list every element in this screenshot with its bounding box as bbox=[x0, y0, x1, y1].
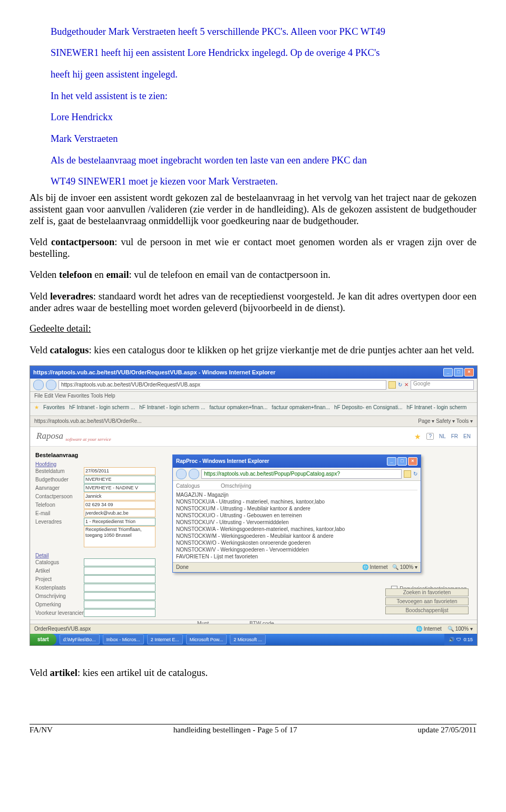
catalog-item[interactable]: NONSTOCKU/V - Uitrusting - Vervoermiddde… bbox=[176, 519, 417, 526]
fav-link[interactable]: factuur opmaken+finan... bbox=[272, 404, 330, 414]
popup-back-button[interactable] bbox=[176, 469, 187, 479]
opmerking-field[interactable] bbox=[84, 601, 155, 608]
taskbar-item[interactable]: Inbox - Micros... bbox=[103, 634, 144, 644]
status-left: OrderRequestVUB.aspx bbox=[34, 626, 91, 632]
popup-minimize-button[interactable]: _ bbox=[387, 457, 396, 466]
label-contact: Contactpersoon bbox=[35, 494, 84, 499]
maximize-button[interactable]: □ bbox=[454, 368, 463, 376]
label-aanvrager: Aanvrager bbox=[35, 485, 84, 491]
boodschappenlijst-button[interactable]: Boodschappenlijst bbox=[385, 606, 469, 614]
fav-link[interactable]: hF Intranet - login scherm ... bbox=[139, 404, 205, 414]
footer-center: handleiding bestellingen - Page 5 of 17 bbox=[173, 726, 297, 734]
star-icon[interactable]: ★ bbox=[414, 432, 421, 441]
catalog-item[interactable]: MAGAZIJN - Magazijn bbox=[176, 491, 417, 498]
label-budgethouder: Budgethouder bbox=[35, 477, 84, 482]
address-bar[interactable]: https://raptools.vub.ac.be/test/VUB/Orde… bbox=[59, 380, 386, 390]
refresh-icon[interactable]: ↻ bbox=[398, 382, 402, 388]
fav-link[interactable]: hF Intranet - login scherm bbox=[406, 404, 466, 414]
leveradres-text[interactable]: Receptiedienst Triomflaan, toegang 1050 … bbox=[84, 526, 155, 547]
catalog-item[interactable]: NONSTOCKW/A - Werkingsgoederen-materieel… bbox=[176, 526, 417, 533]
system-tray[interactable]: 🔊 🛡 0:15 bbox=[444, 634, 477, 645]
intro-line: SINEWER1 heeft hij een assistent Lore He… bbox=[51, 47, 476, 59]
taskbar-item[interactable]: 2 Internet E... bbox=[147, 634, 183, 644]
voorkeur-field[interactable] bbox=[84, 609, 155, 617]
close-button[interactable]: × bbox=[464, 368, 474, 376]
catalog-item[interactable]: NONSTOCKW/V - Werkingsgoederen - Vervoer… bbox=[176, 546, 417, 553]
lang-en[interactable]: EN bbox=[463, 433, 471, 439]
artikel-field[interactable] bbox=[84, 567, 155, 575]
ie-menu[interactable]: File Edit View Favorites Tools Help bbox=[30, 392, 477, 403]
catalog-item[interactable]: NONSTOCKU/M - Uitrusting - Meubilair kan… bbox=[176, 505, 417, 512]
forward-button[interactable] bbox=[46, 380, 56, 390]
lock-icon bbox=[404, 470, 411, 478]
catalogus-field[interactable] bbox=[84, 558, 155, 566]
intro-line: In het veld assistent is te zien: bbox=[51, 90, 476, 102]
taskbar-item[interactable]: Microsoft Pow... bbox=[186, 634, 227, 644]
intro-line: WT49 SINEWER1 moet je kiezen voor Mark V… bbox=[51, 176, 476, 187]
kostenplaats-field[interactable] bbox=[84, 584, 155, 592]
contact-field[interactable]: Jannick bbox=[84, 492, 155, 500]
fav-link[interactable]: hF Deposito- en Consignati... bbox=[334, 404, 403, 414]
form-sidebar: Bestelaanvraag Hoofding Besteldatum27/05… bbox=[35, 449, 157, 617]
lock-icon bbox=[388, 381, 396, 389]
minimize-button[interactable]: _ bbox=[443, 368, 453, 376]
catalog-item[interactable]: NONSTOCKU/A - Uitrusting - materieel, ma… bbox=[176, 498, 417, 505]
toevoegen-favorieten-button[interactable]: Toevoegen aan favorieten bbox=[385, 597, 469, 605]
aanvrager-field[interactable]: NVERHEYE - NADINE V bbox=[84, 484, 155, 492]
email-field[interactable]: jverdeck@vub.ac.be bbox=[84, 509, 155, 517]
page-footer: FA/NV handleiding bestellingen - Page 5 … bbox=[30, 724, 476, 734]
catalog-item[interactable]: NONSTOCKU/O - Uitrusting - Gebouwen en t… bbox=[176, 512, 417, 519]
globe-icon: 🌐 bbox=[416, 626, 422, 632]
favorites-star-icon[interactable]: ★ bbox=[34, 404, 39, 414]
label-voorkeur: Voorkeur leverancier bbox=[35, 610, 84, 616]
tray-icon[interactable]: 🔊 bbox=[449, 637, 454, 642]
budgethouder-field[interactable]: NVERHEYE bbox=[84, 476, 155, 484]
raposa-logo: Raposa software at your service bbox=[36, 431, 111, 442]
project-field[interactable] bbox=[84, 575, 155, 583]
popup-forward-button[interactable] bbox=[189, 469, 199, 479]
start-button[interactable]: start bbox=[30, 634, 56, 645]
tab-tools[interactable]: Page ▾ Safety ▾ Tools ▾ bbox=[418, 418, 473, 424]
lang-nl[interactable]: NL bbox=[439, 433, 446, 439]
telefoon-field[interactable]: 02 629 34 09 bbox=[84, 501, 155, 509]
paragraph: Velden telefoon en email: vul de telefoo… bbox=[30, 269, 476, 281]
form-title: Bestelaanvraag bbox=[35, 452, 157, 458]
ie-tabbar: https://raptools.vub.ac.be/test/VUB/Orde… bbox=[30, 416, 477, 427]
besteldatum-field[interactable]: 27/05/2011 bbox=[84, 467, 155, 475]
label-omschrijving: Omschrijving bbox=[35, 593, 84, 599]
taskbar-item[interactable]: d:\MyFiles\Bo... bbox=[60, 634, 100, 644]
popup-col-omschrijving: Omschrijving bbox=[221, 483, 251, 489]
refresh-icon[interactable]: ↻ bbox=[413, 471, 417, 477]
zoeken-favorieten-button[interactable]: Zoeken in favorieten bbox=[385, 588, 469, 596]
hoofding-label: Hoofding bbox=[35, 461, 157, 467]
detail-label: Detail bbox=[35, 553, 157, 558]
back-button[interactable] bbox=[33, 380, 44, 390]
popup-maximize-button[interactable]: □ bbox=[397, 457, 407, 466]
fav-link[interactable]: factuur opmaken+finan... bbox=[209, 404, 267, 414]
browser-tab[interactable]: https://raptools.vub.ac.be/test/VUB/Orde… bbox=[34, 418, 141, 424]
label-email: E-mail bbox=[35, 510, 84, 516]
catalog-item[interactable]: FAVORIETEN - Lijst met favorieten bbox=[176, 553, 417, 560]
tray-icon[interactable]: 🛡 bbox=[456, 637, 461, 642]
paragraph: Veld catalogus: kies een catalogus door … bbox=[30, 344, 476, 356]
popup-col-catalogus: Catalogus bbox=[176, 483, 200, 489]
window-title: https://raptools.vub.ac.be/test/VUB/Orde… bbox=[33, 369, 276, 375]
popup-close-button[interactable]: × bbox=[408, 457, 417, 466]
label-besteldatum: Besteldatum bbox=[35, 468, 84, 474]
search-input[interactable]: Google bbox=[411, 380, 474, 390]
paragraph: Veld leveradres: standaard wordt het adr… bbox=[30, 291, 476, 314]
leveradres-select[interactable]: 1 - Receptiedienst Trion bbox=[84, 518, 155, 526]
lang-fr[interactable]: FR bbox=[451, 433, 458, 439]
popup-address-bar[interactable]: https://raptools.vub.ac.be/test/Popup/Po… bbox=[201, 469, 402, 479]
taskbar-item[interactable]: 2 Microsoft ... bbox=[230, 634, 266, 644]
help-icon[interactable]: ? bbox=[426, 433, 434, 440]
omschrijving-field[interactable] bbox=[84, 592, 155, 600]
intro-line: Budgethouder Mark Verstraeten heeft 5 ve… bbox=[51, 26, 476, 37]
catalog-item[interactable]: NONSTOCKW/M - Werkingsgoederen - Meubila… bbox=[176, 533, 417, 539]
ie-statusbar: OrderRequestVUB.aspx 🌐 Internet 🔍 100% ▾ bbox=[30, 624, 477, 634]
ie-titlebar: https://raptools.vub.ac.be/test/VUB/Orde… bbox=[30, 366, 477, 379]
fav-link[interactable]: hF Intranet - login scherm ... bbox=[69, 404, 135, 414]
catalog-item[interactable]: NONSTOCKW/O - Werkingskosten onroerende … bbox=[176, 539, 417, 546]
stop-icon[interactable]: ✕ bbox=[404, 382, 408, 388]
ie-navbar: https://raptools.vub.ac.be/test/VUB/Orde… bbox=[30, 379, 477, 392]
